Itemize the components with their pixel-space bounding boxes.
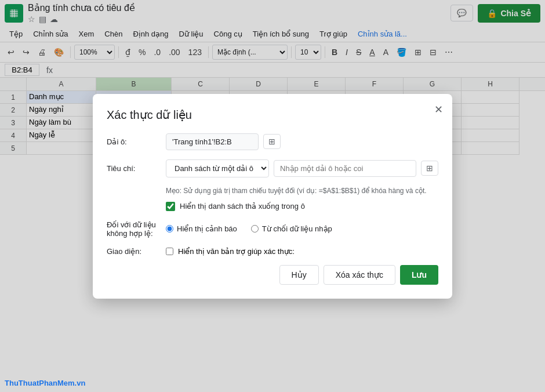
criteria-row: Tiêu chí: Danh sách từ một dải ô ⊞ (107, 159, 438, 177)
range-row: Dải ô: 'Trang tính1'!B2:B ⊞ (107, 133, 438, 150)
show-dropdown-label: Hiển thị danh sách thả xuống trong ô (180, 202, 305, 210)
watermark: ThuThuatPhanMem.vn (5, 379, 85, 387)
dialog-overlay: ✕ Xác thực dữ liệu Dải ô: 'Trang tính1'!… (0, 0, 545, 392)
save-button[interactable]: Lưu (400, 265, 438, 285)
range-value[interactable]: 'Trang tính1'!B2:B (166, 133, 259, 150)
reject-label: Từ chối dữ liệu nhập (262, 224, 332, 233)
show-warning-radio[interactable] (166, 225, 173, 233)
invalid-field: Hiển thị cảnh báo Từ chối dữ liệu nhập (166, 224, 438, 233)
close-button[interactable]: ✕ (434, 103, 443, 116)
appearance-label: Giao diện: (107, 247, 159, 256)
help-text-label: Hiển thị văn bản trợ giúp xác thực: (178, 247, 295, 256)
show-warning-label: Hiển thị cảnh báo (177, 224, 237, 233)
invalid-data-row: Đối với dữ liệu không hợp lệ: Hiển thị c… (107, 220, 438, 238)
appearance-row: Giao diện: Hiển thị văn bản trợ giúp xác… (107, 247, 438, 256)
reject-radio-row: Từ chối dữ liệu nhập (251, 224, 332, 233)
criteria-input[interactable] (274, 160, 416, 177)
dialog-buttons: Hủy Xóa xác thực Lưu (107, 265, 438, 285)
data-validation-dialog: ✕ Xác thực dữ liệu Dải ô: 'Trang tính1'!… (93, 94, 452, 299)
show-dropdown-row: Hiển thị danh sách thả xuống trong ô (166, 202, 438, 211)
hint-text: Mẹo: Sử dụng giá trị tham chiếu tuyệt đố… (166, 187, 438, 195)
invalid-label: Đối với dữ liệu không hợp lệ: (107, 220, 159, 238)
criteria-field: Danh sách từ một dải ô ⊞ (166, 159, 438, 177)
range-label: Dải ô: (107, 137, 159, 146)
show-dropdown-checkbox[interactable] (166, 202, 175, 211)
criteria-select[interactable]: Danh sách từ một dải ô (166, 159, 269, 177)
criteria-grid-button[interactable]: ⊞ (421, 161, 438, 176)
dialog-title: Xác thực dữ liệu (107, 108, 438, 122)
clear-button[interactable]: Xóa xác thực (324, 265, 395, 285)
criteria-label: Tiêu chí: (107, 164, 159, 173)
help-text-checkbox[interactable] (166, 248, 173, 255)
show-warning-radio-row: Hiển thị cảnh báo (166, 224, 237, 233)
range-grid-button[interactable]: ⊞ (263, 134, 281, 149)
reject-radio[interactable] (251, 225, 259, 233)
appearance-field: Hiển thị văn bản trợ giúp xác thực: (166, 247, 438, 256)
range-field: 'Trang tính1'!B2:B ⊞ (166, 133, 438, 150)
cancel-button[interactable]: Hủy (279, 265, 319, 285)
